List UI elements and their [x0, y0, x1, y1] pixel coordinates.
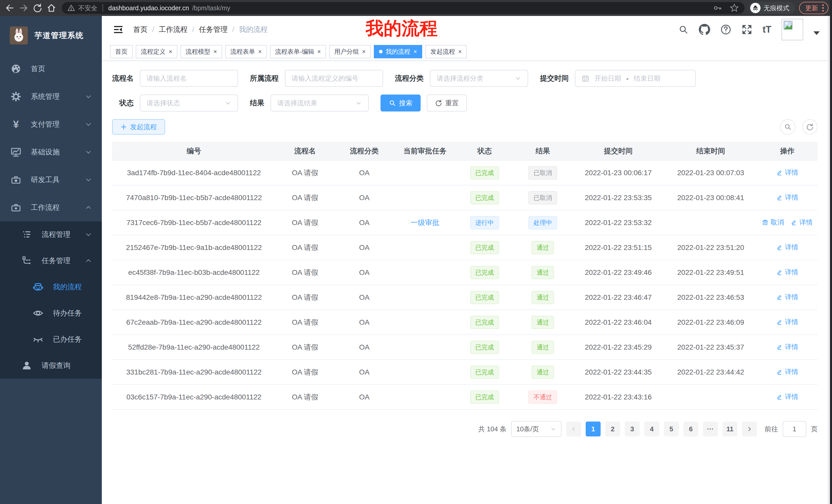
detail-link[interactable]: 详情: [776, 392, 798, 401]
help-icon[interactable]: [721, 24, 731, 35]
sidebar-item-infrastructure[interactable]: 基础设施: [0, 138, 102, 166]
tab-home[interactable]: 首页: [110, 45, 133, 58]
search-icon[interactable]: [678, 24, 688, 35]
detail-link[interactable]: 详情: [776, 193, 798, 202]
result-badge: 通过: [531, 316, 554, 329]
process-definition-input[interactable]: [291, 75, 376, 82]
goto-page-input[interactable]: [783, 421, 806, 437]
kebab-menu-icon[interactable]: [822, 4, 824, 11]
page-button[interactable]: 2: [605, 422, 620, 437]
sidebar-collapse-icon[interactable]: [110, 21, 127, 38]
start-process-button[interactable]: 发起流程: [112, 119, 165, 135]
start-date-placeholder[interactable]: 开始日期: [594, 74, 621, 83]
reset-button[interactable]: 重置: [427, 94, 467, 111]
tab-my-process[interactable]: 我的流程×: [374, 45, 422, 58]
close-icon[interactable]: ×: [213, 49, 217, 55]
process-name-input-wrap: [140, 70, 238, 87]
tab-process-definition[interactable]: 流程定义×: [136, 45, 177, 58]
sidebar-item-task-management[interactable]: 任务管理: [0, 248, 102, 274]
status-select[interactable]: 请选择状态: [140, 94, 238, 111]
sidebar-item-workflow[interactable]: 工作流程: [0, 194, 102, 221]
close-icon[interactable]: ×: [413, 49, 417, 55]
tab-process-model[interactable]: 流程模型×: [181, 45, 222, 58]
sidebar-item-process-management[interactable]: 流程管理: [0, 221, 102, 248]
end-date-placeholder[interactable]: 结束日期: [634, 74, 660, 83]
process-name-input[interactable]: [147, 75, 231, 82]
page-button[interactable]: 5: [664, 422, 679, 437]
more-pages-button[interactable]: ···: [703, 422, 718, 437]
page-button[interactable]: 11: [723, 422, 737, 437]
sidebar-item-todo-tasks[interactable]: 待办任务: [0, 300, 102, 326]
page-button[interactable]: 3: [625, 422, 640, 437]
chevron-down-icon: [85, 231, 92, 238]
breadcrumb-item[interactable]: 任务管理: [188, 25, 228, 34]
current-task-link[interactable]: 一级审批: [411, 219, 439, 227]
page-size-select[interactable]: 10条/页: [511, 421, 562, 437]
detail-link[interactable]: 详情: [776, 268, 798, 277]
result-select[interactable]: 请选择流结果: [270, 94, 369, 111]
breadcrumb-item[interactable]: 工作流程: [148, 25, 188, 34]
page-button[interactable]: 6: [683, 422, 698, 437]
page-button[interactable]: 1: [586, 422, 601, 437]
tab-start-process[interactable]: 发起流程×: [425, 45, 467, 58]
sidebar-item-label: 支付管理: [31, 119, 60, 129]
reload-icon[interactable]: [31, 2, 44, 14]
fullscreen-icon[interactable]: [742, 24, 752, 35]
key-icon[interactable]: [713, 4, 722, 12]
result-badge: 通过: [531, 341, 554, 354]
sidebar-item-devtools[interactable]: 研发工具: [0, 166, 102, 194]
sidebar-item-leave-query[interactable]: 请假查询: [0, 353, 102, 379]
close-icon[interactable]: ×: [258, 49, 262, 55]
sidebar-item-done-tasks[interactable]: 已办任务: [0, 326, 102, 353]
col-category: 流程分类: [334, 142, 394, 160]
back-icon[interactable]: [4, 2, 16, 14]
sidebar-item-payment[interactable]: ¥ 支付管理: [0, 110, 102, 138]
tab-user-group[interactable]: 用户分组×: [329, 45, 371, 58]
detail-link[interactable]: 详情: [790, 218, 813, 227]
close-icon[interactable]: ×: [458, 49, 462, 55]
home-icon[interactable]: [45, 2, 58, 14]
next-page-button[interactable]: [742, 422, 757, 437]
tab-process-form-edit[interactable]: 流程表单-编辑×: [270, 45, 326, 58]
detail-link[interactable]: 详情: [776, 342, 798, 352]
address-bar[interactable]: 不安全 dashboard.yudao.iocoder.cn/bpm/task/…: [62, 2, 745, 14]
close-icon[interactable]: ×: [169, 49, 172, 55]
table-row: ec45f38f-7b9a-11ec-b03b-acde48001122 OA …: [112, 260, 817, 285]
browser-update-button[interactable]: 更新: [799, 2, 828, 14]
page-button[interactable]: 4: [644, 422, 659, 437]
refresh-table-icon[interactable]: [802, 119, 817, 135]
star-icon[interactable]: [730, 3, 739, 12]
edit-icon: [776, 368, 783, 375]
show-search-icon[interactable]: [780, 119, 796, 135]
workflow-submenu: 流程管理 任务管理: [0, 221, 102, 379]
sidebar-item-system[interactable]: 系统管理: [0, 83, 102, 110]
detail-link[interactable]: 详情: [776, 168, 798, 177]
close-icon[interactable]: ×: [362, 49, 366, 55]
security-label[interactable]: 不安全: [78, 4, 98, 12]
edit-icon: [776, 343, 783, 350]
app-logo-row[interactable]: 芋道管理系统: [0, 16, 102, 55]
detail-link[interactable]: 详情: [776, 292, 798, 302]
sidebar-item-my-process[interactable]: 我的流程: [0, 274, 102, 300]
sidebar-item-label: 我的流程: [53, 282, 82, 292]
submit-time-range-picker[interactable]: 开始日期 - 结束日期: [575, 70, 696, 87]
detail-link[interactable]: 详情: [776, 317, 798, 327]
cancel-link[interactable]: 取消: [762, 218, 784, 227]
category-select[interactable]: 请选择流程分类: [430, 70, 528, 87]
caret-down-icon[interactable]: [813, 31, 820, 35]
edit-icon: [790, 219, 797, 226]
detail-link[interactable]: 详情: [776, 367, 798, 376]
search-button[interactable]: 搜索: [381, 94, 421, 111]
close-icon[interactable]: ×: [317, 49, 321, 55]
github-icon[interactable]: [699, 24, 710, 35]
forward-icon[interactable]: [18, 2, 30, 14]
breadcrumb-item[interactable]: 首页: [133, 25, 148, 34]
sidebar-item-home[interactable]: 首页: [0, 55, 102, 83]
font-size-icon[interactable]: tT: [762, 24, 771, 35]
avatar-broken-image[interactable]: [782, 19, 803, 40]
detail-link[interactable]: 详情: [776, 243, 798, 252]
sidebar-item-label: 已办任务: [53, 334, 82, 344]
prev-page-button[interactable]: [566, 422, 581, 437]
date-range-separator: -: [626, 75, 629, 82]
tab-process-form[interactable]: 流程表单×: [225, 45, 267, 58]
